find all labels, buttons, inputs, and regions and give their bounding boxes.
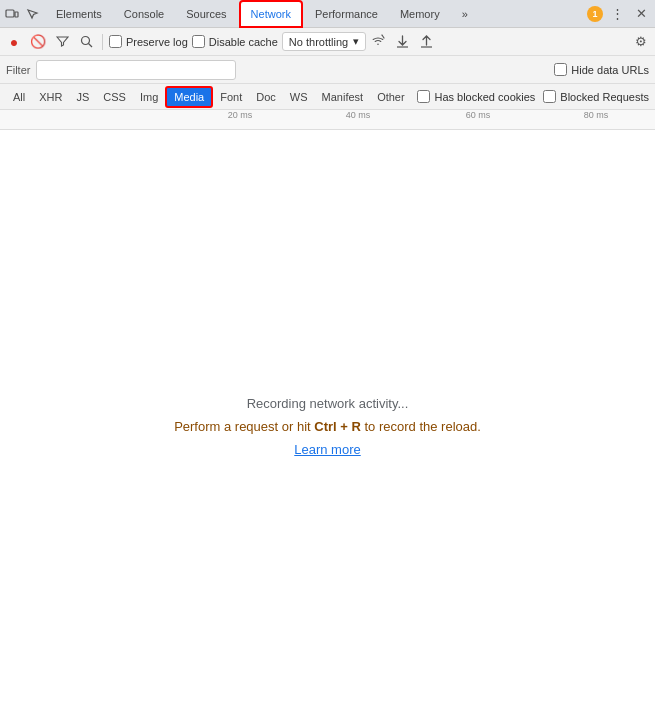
ctrl-r-text: Ctrl + R <box>314 419 361 434</box>
type-btn-all[interactable]: All <box>6 86 32 108</box>
has-blocked-cookies-label[interactable]: Has blocked cookies <box>417 90 535 103</box>
svg-rect-1 <box>15 12 18 17</box>
recording-status: Recording network activity... <box>247 396 409 411</box>
inspect-icon[interactable] <box>24 6 40 22</box>
tick-80ms: 80 ms <box>584 110 609 120</box>
has-blocked-cookies-checkbox[interactable] <box>417 90 430 103</box>
wifi-icon <box>370 33 386 50</box>
preserve-log-checkbox[interactable]: Preserve log <box>109 35 188 48</box>
tab-sources[interactable]: Sources <box>176 0 236 28</box>
timeline-labels: 20 ms 40 ms 60 ms 80 ms 100 ms <box>120 110 655 130</box>
type-btn-media[interactable]: Media <box>165 86 213 108</box>
network-settings-icon[interactable]: ⚙ <box>631 32 651 52</box>
import-export-buttons <box>392 32 436 52</box>
blocked-requests-checkbox[interactable] <box>543 90 556 103</box>
type-btn-other[interactable]: Other <box>370 86 412 108</box>
type-btn-doc[interactable]: Doc <box>249 86 283 108</box>
hide-data-urls-checkbox[interactable] <box>554 63 567 76</box>
tab-elements[interactable]: Elements <box>46 0 112 28</box>
record-button[interactable]: ● <box>4 32 24 52</box>
divider-1 <box>102 34 103 50</box>
type-btn-ws[interactable]: WS <box>283 86 315 108</box>
type-btn-js[interactable]: JS <box>69 86 96 108</box>
tab-memory[interactable]: Memory <box>390 0 450 28</box>
svg-line-3 <box>88 44 92 48</box>
type-btn-img[interactable]: Img <box>133 86 165 108</box>
type-btn-font[interactable]: Font <box>213 86 249 108</box>
svg-line-4 <box>382 35 384 38</box>
type-btn-css[interactable]: CSS <box>96 86 133 108</box>
settings-icon[interactable]: ⋮ <box>607 4 627 24</box>
tab-network[interactable]: Network <box>239 0 303 28</box>
svg-rect-0 <box>6 10 14 17</box>
device-toolbar-icon[interactable] <box>4 6 20 22</box>
network-toolbar: ● 🚫 Preserve log Disable cache No thrott… <box>0 28 655 56</box>
tab-performance[interactable]: Performance <box>305 0 388 28</box>
tick-60ms: 60 ms <box>466 110 491 120</box>
tab-overflow[interactable]: » <box>452 0 478 28</box>
perform-instruction: Perform a request or hit Ctrl + R to rec… <box>174 419 481 434</box>
preserve-log-input[interactable] <box>109 35 122 48</box>
close-icon[interactable]: ✕ <box>631 4 651 24</box>
clear-button[interactable]: 🚫 <box>28 32 48 52</box>
tick-20ms: 20 ms <box>228 110 253 120</box>
main-content: Recording network activity... Perform a … <box>0 130 655 722</box>
import-button[interactable] <box>392 32 412 52</box>
tick-40ms: 40 ms <box>346 110 371 120</box>
disable-cache-input[interactable] <box>192 35 205 48</box>
type-filter-right: Has blocked cookies Blocked Requests <box>417 90 649 103</box>
warning-badge[interactable]: 1 <box>587 6 603 22</box>
blocked-requests-label[interactable]: Blocked Requests <box>543 90 649 103</box>
tab-bar-right: 1 ⋮ ✕ <box>587 4 651 24</box>
svg-point-2 <box>81 37 89 45</box>
timeline-header: 20 ms 40 ms 60 ms 80 ms 100 ms <box>0 110 655 130</box>
filter-label: Filter <box>6 64 30 76</box>
filter-input[interactable] <box>36 60 236 80</box>
search-icon[interactable] <box>76 32 96 52</box>
type-filter-row: All XHR JS CSS Img Media Font Doc WS Man… <box>0 84 655 110</box>
disable-cache-checkbox[interactable]: Disable cache <box>192 35 278 48</box>
filter-row: Filter Hide data URLs <box>0 56 655 84</box>
devtools-icons <box>4 6 40 22</box>
throttle-select[interactable]: No throttling ▾ <box>282 32 366 51</box>
learn-more-link[interactable]: Learn more <box>294 442 360 457</box>
export-button[interactable] <box>416 32 436 52</box>
filter-icon[interactable] <box>52 32 72 52</box>
throttle-dropdown-icon: ▾ <box>353 35 359 48</box>
type-btn-manifest[interactable]: Manifest <box>315 86 371 108</box>
tab-bar: Elements Console Sources Network Perform… <box>0 0 655 28</box>
tab-console[interactable]: Console <box>114 0 174 28</box>
hide-data-urls-label[interactable]: Hide data URLs <box>554 63 649 76</box>
type-btn-xhr[interactable]: XHR <box>32 86 69 108</box>
